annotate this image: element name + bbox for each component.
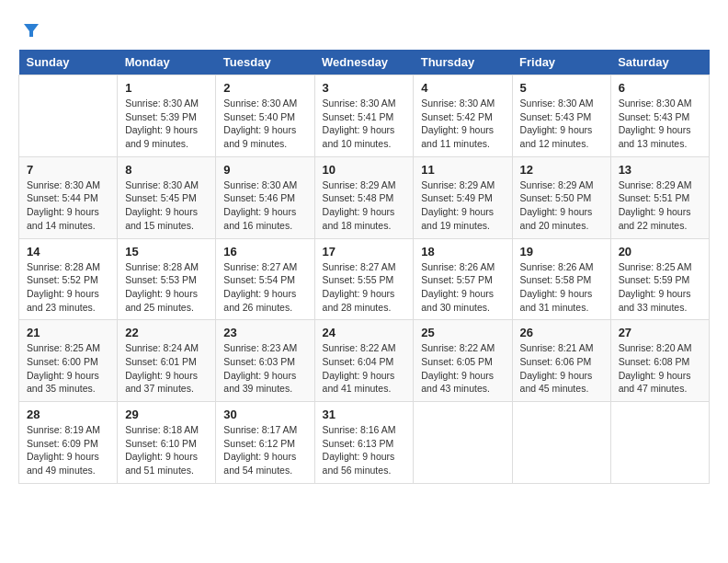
day-cell bbox=[414, 402, 512, 484]
day-number: 5 bbox=[520, 81, 603, 95]
week-row-4: 21Sunrise: 8:25 AM Sunset: 6:00 PM Dayli… bbox=[19, 320, 710, 402]
day-info: Sunrise: 8:30 AM Sunset: 5:43 PM Dayligh… bbox=[520, 97, 603, 151]
day-info: Sunrise: 8:18 AM Sunset: 6:10 PM Dayligh… bbox=[125, 423, 208, 477]
day-cell: 30Sunrise: 8:17 AM Sunset: 6:12 PM Dayli… bbox=[216, 402, 314, 484]
day-number: 31 bbox=[323, 408, 406, 421]
day-cell: 27Sunrise: 8:20 AM Sunset: 6:08 PM Dayli… bbox=[610, 320, 709, 402]
day-info: Sunrise: 8:26 AM Sunset: 5:57 PM Dayligh… bbox=[421, 260, 504, 315]
day-cell: 13Sunrise: 8:29 AM Sunset: 5:51 PM Dayli… bbox=[610, 156, 709, 238]
day-number: 13 bbox=[619, 163, 701, 177]
day-cell: 31Sunrise: 8:16 AM Sunset: 6:13 PM Dayli… bbox=[314, 402, 414, 484]
day-number: 6 bbox=[619, 81, 701, 95]
day-info: Sunrise: 8:30 AM Sunset: 5:46 PM Dayligh… bbox=[223, 178, 306, 233]
day-cell: 12Sunrise: 8:29 AM Sunset: 5:50 PM Dayli… bbox=[512, 156, 610, 238]
day-info: Sunrise: 8:30 AM Sunset: 5:39 PM Dayligh… bbox=[125, 97, 208, 151]
week-row-2: 7Sunrise: 8:30 AM Sunset: 5:44 PM Daylig… bbox=[19, 156, 710, 238]
day-info: Sunrise: 8:20 AM Sunset: 6:08 PM Dayligh… bbox=[619, 341, 701, 396]
day-info: Sunrise: 8:30 AM Sunset: 5:41 PM Dayligh… bbox=[323, 97, 406, 151]
day-number: 10 bbox=[323, 163, 406, 177]
col-header-monday: Monday bbox=[118, 50, 216, 75]
day-number: 3 bbox=[323, 81, 406, 95]
day-cell: 7Sunrise: 8:30 AM Sunset: 5:44 PM Daylig… bbox=[19, 156, 118, 238]
day-cell: 9Sunrise: 8:30 AM Sunset: 5:46 PM Daylig… bbox=[216, 156, 314, 238]
svg-marker-0 bbox=[24, 24, 39, 37]
day-cell: 26Sunrise: 8:21 AM Sunset: 6:06 PM Dayli… bbox=[512, 320, 610, 402]
day-cell: 17Sunrise: 8:27 AM Sunset: 5:55 PM Dayli… bbox=[314, 238, 414, 320]
week-row-5: 28Sunrise: 8:19 AM Sunset: 6:09 PM Dayli… bbox=[19, 402, 710, 484]
day-cell: 19Sunrise: 8:26 AM Sunset: 5:58 PM Dayli… bbox=[512, 238, 610, 320]
day-cell: 11Sunrise: 8:29 AM Sunset: 5:49 PM Dayli… bbox=[414, 156, 512, 238]
logo-arrow-icon bbox=[20, 18, 42, 40]
day-number: 30 bbox=[223, 408, 306, 421]
day-info: Sunrise: 8:22 AM Sunset: 6:05 PM Dayligh… bbox=[421, 341, 504, 396]
day-cell: 23Sunrise: 8:23 AM Sunset: 6:03 PM Dayli… bbox=[216, 320, 314, 402]
day-number: 18 bbox=[421, 245, 504, 259]
day-number: 24 bbox=[323, 326, 406, 339]
day-cell: 16Sunrise: 8:27 AM Sunset: 5:54 PM Dayli… bbox=[216, 238, 314, 320]
day-info: Sunrise: 8:24 AM Sunset: 6:01 PM Dayligh… bbox=[125, 341, 208, 396]
day-number: 7 bbox=[27, 163, 109, 177]
day-info: Sunrise: 8:25 AM Sunset: 6:00 PM Dayligh… bbox=[27, 341, 109, 396]
day-info: Sunrise: 8:30 AM Sunset: 5:42 PM Dayligh… bbox=[421, 97, 504, 151]
day-number: 29 bbox=[125, 408, 208, 421]
col-header-wednesday: Wednesday bbox=[314, 50, 414, 75]
page-header bbox=[18, 18, 710, 40]
day-number: 26 bbox=[520, 326, 603, 339]
day-cell: 5Sunrise: 8:30 AM Sunset: 5:43 PM Daylig… bbox=[512, 75, 610, 157]
day-info: Sunrise: 8:29 AM Sunset: 5:49 PM Dayligh… bbox=[421, 178, 504, 233]
col-header-saturday: Saturday bbox=[610, 50, 709, 75]
day-info: Sunrise: 8:29 AM Sunset: 5:51 PM Dayligh… bbox=[619, 178, 701, 233]
day-cell: 18Sunrise: 8:26 AM Sunset: 5:57 PM Dayli… bbox=[414, 238, 512, 320]
day-info: Sunrise: 8:28 AM Sunset: 5:52 PM Dayligh… bbox=[27, 260, 109, 315]
day-info: Sunrise: 8:22 AM Sunset: 6:04 PM Dayligh… bbox=[323, 341, 406, 396]
day-number: 23 bbox=[223, 326, 306, 339]
day-number: 8 bbox=[125, 163, 208, 177]
day-cell: 25Sunrise: 8:22 AM Sunset: 6:05 PM Dayli… bbox=[414, 320, 512, 402]
day-cell: 20Sunrise: 8:25 AM Sunset: 5:59 PM Dayli… bbox=[610, 238, 709, 320]
day-info: Sunrise: 8:30 AM Sunset: 5:40 PM Dayligh… bbox=[223, 97, 306, 151]
day-cell: 14Sunrise: 8:28 AM Sunset: 5:52 PM Dayli… bbox=[19, 238, 118, 320]
day-info: Sunrise: 8:30 AM Sunset: 5:43 PM Dayligh… bbox=[619, 97, 701, 151]
week-row-1: 1Sunrise: 8:30 AM Sunset: 5:39 PM Daylig… bbox=[19, 75, 710, 157]
day-cell: 24Sunrise: 8:22 AM Sunset: 6:04 PM Dayli… bbox=[314, 320, 414, 402]
col-header-tuesday: Tuesday bbox=[216, 50, 314, 75]
day-number: 28 bbox=[27, 408, 109, 421]
col-header-sunday: Sunday bbox=[19, 50, 118, 75]
day-number: 20 bbox=[619, 245, 701, 259]
day-number: 9 bbox=[223, 163, 306, 177]
day-cell: 4Sunrise: 8:30 AM Sunset: 5:42 PM Daylig… bbox=[414, 75, 512, 157]
day-info: Sunrise: 8:16 AM Sunset: 6:13 PM Dayligh… bbox=[323, 423, 406, 477]
day-cell bbox=[610, 402, 709, 484]
day-number: 16 bbox=[223, 245, 306, 259]
day-number: 14 bbox=[27, 245, 109, 259]
day-cell: 6Sunrise: 8:30 AM Sunset: 5:43 PM Daylig… bbox=[610, 75, 709, 157]
day-number: 12 bbox=[520, 163, 603, 177]
day-number: 25 bbox=[421, 326, 504, 339]
day-number: 2 bbox=[223, 81, 306, 95]
day-cell: 29Sunrise: 8:18 AM Sunset: 6:10 PM Dayli… bbox=[118, 402, 216, 484]
day-number: 21 bbox=[27, 326, 109, 339]
day-cell: 15Sunrise: 8:28 AM Sunset: 5:53 PM Dayli… bbox=[118, 238, 216, 320]
day-info: Sunrise: 8:28 AM Sunset: 5:53 PM Dayligh… bbox=[125, 260, 208, 315]
day-cell: 3Sunrise: 8:30 AM Sunset: 5:41 PM Daylig… bbox=[314, 75, 414, 157]
day-cell: 2Sunrise: 8:30 AM Sunset: 5:40 PM Daylig… bbox=[216, 75, 314, 157]
day-cell: 1Sunrise: 8:30 AM Sunset: 5:39 PM Daylig… bbox=[118, 75, 216, 157]
day-cell: 8Sunrise: 8:30 AM Sunset: 5:45 PM Daylig… bbox=[118, 156, 216, 238]
day-info: Sunrise: 8:29 AM Sunset: 5:48 PM Dayligh… bbox=[323, 178, 406, 233]
day-number: 4 bbox=[421, 81, 504, 95]
day-number: 17 bbox=[323, 245, 406, 259]
day-info: Sunrise: 8:19 AM Sunset: 6:09 PM Dayligh… bbox=[27, 423, 109, 477]
day-info: Sunrise: 8:25 AM Sunset: 5:59 PM Dayligh… bbox=[619, 260, 701, 315]
day-number: 19 bbox=[520, 245, 603, 259]
day-number: 22 bbox=[125, 326, 208, 339]
day-cell bbox=[19, 75, 118, 157]
week-row-3: 14Sunrise: 8:28 AM Sunset: 5:52 PM Dayli… bbox=[19, 238, 710, 320]
col-header-thursday: Thursday bbox=[414, 50, 512, 75]
day-info: Sunrise: 8:23 AM Sunset: 6:03 PM Dayligh… bbox=[223, 341, 306, 396]
col-header-friday: Friday bbox=[512, 50, 610, 75]
day-info: Sunrise: 8:30 AM Sunset: 5:44 PM Dayligh… bbox=[27, 178, 109, 233]
day-number: 1 bbox=[125, 81, 208, 95]
day-info: Sunrise: 8:27 AM Sunset: 5:55 PM Dayligh… bbox=[323, 260, 406, 315]
day-info: Sunrise: 8:27 AM Sunset: 5:54 PM Dayligh… bbox=[223, 260, 306, 315]
header-row: SundayMondayTuesdayWednesdayThursdayFrid… bbox=[19, 50, 710, 75]
